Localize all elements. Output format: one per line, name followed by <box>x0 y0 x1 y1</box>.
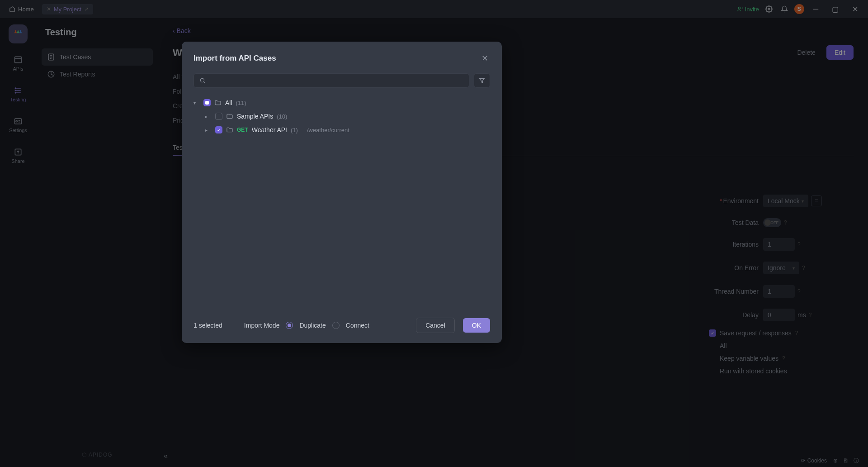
search-input[interactable] <box>193 73 469 88</box>
folder-open-icon <box>214 99 222 106</box>
filter-button[interactable] <box>474 73 490 88</box>
tree-row-weather[interactable]: ▸ ✓ GET Weather API (1) /weather/current <box>193 123 490 137</box>
import-modal: Import from API Cases ✕ ▾ All (11) ▸ Sam… <box>182 42 502 343</box>
ok-button[interactable]: OK <box>463 318 490 333</box>
radio-duplicate[interactable] <box>286 322 293 329</box>
import-mode-label: Import Mode <box>244 322 280 329</box>
tree-row-sample[interactable]: ▸ Sample APIs (10) <box>193 110 490 123</box>
api-path: /weather/current <box>307 127 349 133</box>
selection-count: 1 selected <box>193 322 222 329</box>
tree-row-all[interactable]: ▾ All (11) <box>193 96 490 110</box>
modal-close-button[interactable]: ✕ <box>480 52 490 65</box>
radio-connect[interactable] <box>332 322 340 329</box>
caret-right-icon[interactable]: ▸ <box>205 114 212 119</box>
cancel-button[interactable]: Cancel <box>416 318 455 333</box>
search-icon <box>199 77 206 84</box>
caret-down-icon[interactable]: ▾ <box>193 100 200 105</box>
caret-right-icon[interactable]: ▸ <box>205 128 212 133</box>
api-tree: ▾ All (11) ▸ Sample APIs (10) ▸ ✓ GET We… <box>182 94 502 310</box>
checkbox-checked[interactable]: ✓ <box>215 126 222 133</box>
folder-icon <box>226 113 233 120</box>
filter-icon <box>478 77 486 84</box>
checkbox-partial[interactable] <box>203 99 211 106</box>
method-badge: GET <box>237 127 248 133</box>
modal-title: Import from API Cases <box>193 54 276 63</box>
checkbox-empty[interactable] <box>215 113 222 120</box>
svg-point-11 <box>200 78 204 82</box>
folder-icon <box>226 126 233 133</box>
